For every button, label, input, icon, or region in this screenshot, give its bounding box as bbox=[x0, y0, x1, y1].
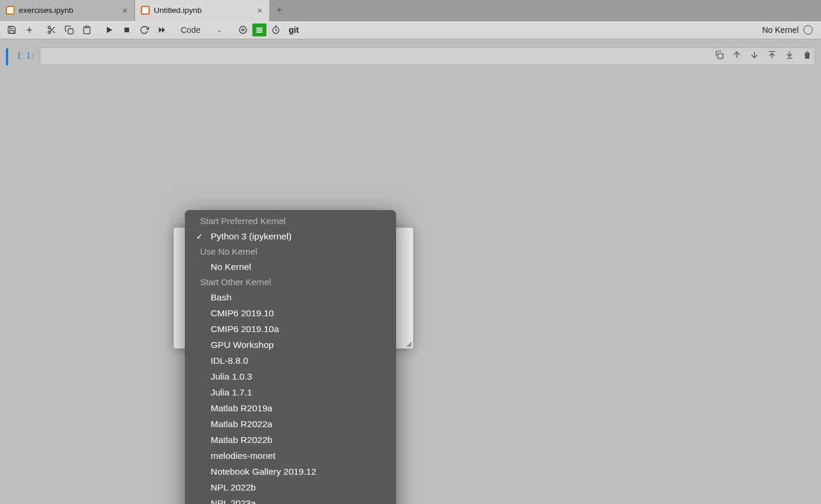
svg-point-13 bbox=[239, 26, 246, 33]
kernel-option[interactable]: No Kernel bbox=[187, 259, 394, 275]
svg-line-5 bbox=[53, 31, 55, 33]
render-button[interactable] bbox=[235, 22, 251, 38]
svg-rect-14 bbox=[256, 28, 263, 29]
svg-line-19 bbox=[276, 31, 277, 31]
tab-exercises[interactable]: exercises.ipynb × bbox=[0, 0, 135, 21]
check-icon: ✓ bbox=[193, 232, 206, 241]
kernel-option[interactable]: Matlab R2022a bbox=[187, 416, 394, 432]
kernel-option[interactable]: Matlab R2019a bbox=[187, 400, 394, 416]
stop-button[interactable] bbox=[119, 22, 135, 38]
cut-button[interactable] bbox=[43, 22, 60, 38]
tab-label: Untitled.ipynb bbox=[154, 6, 251, 15]
kernel-dropdown: Start Preferred Kernel ✓Python 3 (ipyker… bbox=[185, 210, 396, 504]
tab-label: exercises.ipynb bbox=[19, 6, 116, 15]
kernel-option-label: Julia 1.7.1 bbox=[206, 387, 252, 398]
code-cell[interactable]: [ ]: bbox=[6, 48, 815, 66]
kernel-option-label: Notebook Gallery 2019.12 bbox=[206, 466, 316, 477]
delete-cell-button[interactable] bbox=[802, 49, 812, 60]
svg-rect-10 bbox=[124, 28, 129, 32]
kernel-option[interactable]: Matlab R2022b bbox=[187, 432, 394, 448]
run-all-button[interactable] bbox=[154, 22, 170, 38]
notebook-area: [ ]: Start Preferred Kernel ✓Python 3 (i… bbox=[0, 39, 821, 504]
kernel-option[interactable]: Julia 1.0.3 bbox=[187, 368, 394, 384]
svg-point-2 bbox=[48, 26, 50, 29]
kernel-option[interactable]: NPL 2023a bbox=[187, 495, 394, 504]
kernel-option[interactable]: CMIP6 2019.10 bbox=[187, 305, 394, 321]
kernel-option[interactable]: Julia 1.7.1 bbox=[187, 384, 394, 400]
duplicate-cell-button[interactable] bbox=[714, 49, 724, 60]
kernel-option[interactable]: Notebook Gallery 2019.12 bbox=[187, 464, 394, 479]
kernel-option-label: CMIP6 2019.10a bbox=[206, 324, 279, 334]
kernel-option[interactable]: ✓Python 3 (ipykernel) bbox=[187, 228, 394, 244]
cell-type-label: Code bbox=[181, 25, 200, 35]
kernel-option-label: Matlab R2022a bbox=[206, 419, 272, 429]
copy-button[interactable] bbox=[61, 22, 77, 38]
kernel-option[interactable]: CMIP6 2019.10a bbox=[187, 321, 394, 337]
notebook-icon bbox=[141, 6, 150, 15]
resize-handle-icon[interactable] bbox=[406, 341, 411, 347]
insert-below-button[interactable] bbox=[784, 49, 795, 60]
kernel-option-label: NPL 2022b bbox=[206, 482, 256, 493]
cell-prompt: [ ]: bbox=[13, 48, 35, 60]
kernel-option-label: Python 3 (ipykernel) bbox=[206, 231, 292, 242]
kernel-option-label: IDL-8.8.0 bbox=[206, 356, 248, 366]
svg-line-6 bbox=[50, 28, 52, 30]
add-tab-button[interactable]: + bbox=[270, 4, 289, 16]
dropdown-section-preferred: Start Preferred Kernel bbox=[185, 214, 396, 228]
kernel-option-label: NPL 2023a bbox=[206, 498, 256, 505]
kernel-option[interactable]: NPL 2022b bbox=[187, 479, 394, 495]
tab-untitled[interactable]: Untitled.ipynb × bbox=[135, 0, 270, 21]
kernel-indicator-icon bbox=[803, 25, 813, 35]
svg-rect-8 bbox=[85, 26, 88, 28]
cell-toolbar bbox=[714, 49, 812, 60]
kernel-option-label: No Kernel bbox=[206, 262, 251, 272]
insert-above-button[interactable] bbox=[766, 49, 777, 60]
kernel-option[interactable]: IDL-8.8.0 bbox=[187, 353, 394, 368]
kernel-status[interactable]: No Kernel bbox=[762, 25, 817, 35]
kernel-option[interactable]: GPU Workshop bbox=[187, 337, 394, 353]
svg-rect-15 bbox=[256, 29, 263, 31]
notebook-icon bbox=[6, 6, 15, 15]
move-up-button[interactable] bbox=[731, 49, 742, 60]
timing-button[interactable] bbox=[268, 22, 284, 38]
svg-rect-21 bbox=[718, 53, 723, 59]
dropdown-section-other: Start Other Kernel bbox=[185, 275, 396, 289]
close-icon[interactable]: × bbox=[255, 5, 265, 15]
dropdown-section-none: Use No Kernel bbox=[185, 244, 396, 259]
kernel-option-label: Matlab R2022b bbox=[206, 435, 272, 445]
svg-point-3 bbox=[48, 31, 50, 33]
run-button[interactable] bbox=[101, 22, 117, 38]
notebook-toolbar: Code ⌄ git No Kernel bbox=[0, 21, 821, 39]
save-button[interactable] bbox=[4, 22, 20, 38]
svg-marker-9 bbox=[107, 27, 112, 33]
svg-rect-16 bbox=[256, 32, 263, 33]
svg-marker-12 bbox=[162, 27, 165, 32]
paste-button[interactable] bbox=[79, 22, 95, 38]
insert-cell-button[interactable] bbox=[21, 22, 38, 38]
restart-button[interactable] bbox=[136, 22, 153, 38]
kernel-status-label: No Kernel bbox=[762, 25, 799, 35]
kernel-option-label: CMIP6 2019.10 bbox=[206, 308, 274, 319]
kernel-option-label: Matlab R2019a bbox=[206, 403, 272, 414]
close-icon[interactable]: × bbox=[120, 5, 130, 15]
kernel-option-label: GPU Workshop bbox=[206, 340, 273, 350]
move-down-button[interactable] bbox=[749, 49, 759, 60]
kernel-option-label: Julia 1.0.3 bbox=[206, 371, 252, 382]
variable-inspector-button[interactable] bbox=[252, 23, 266, 36]
cell-active-bar bbox=[6, 48, 8, 66]
kernel-option[interactable]: melodies-monet bbox=[187, 448, 394, 464]
kernel-option[interactable]: Bash bbox=[187, 289, 394, 305]
cell-input[interactable] bbox=[40, 48, 815, 65]
svg-rect-7 bbox=[68, 29, 73, 34]
kernel-option-label: melodies-monet bbox=[206, 451, 275, 461]
svg-marker-11 bbox=[159, 27, 162, 32]
git-button[interactable]: git bbox=[285, 25, 302, 35]
cell-type-select[interactable]: Code ⌄ bbox=[176, 24, 229, 36]
chevron-down-icon: ⌄ bbox=[217, 26, 222, 34]
tab-bar: exercises.ipynb × Untitled.ipynb × + bbox=[0, 0, 821, 21]
kernel-option-label: Bash bbox=[206, 292, 231, 303]
